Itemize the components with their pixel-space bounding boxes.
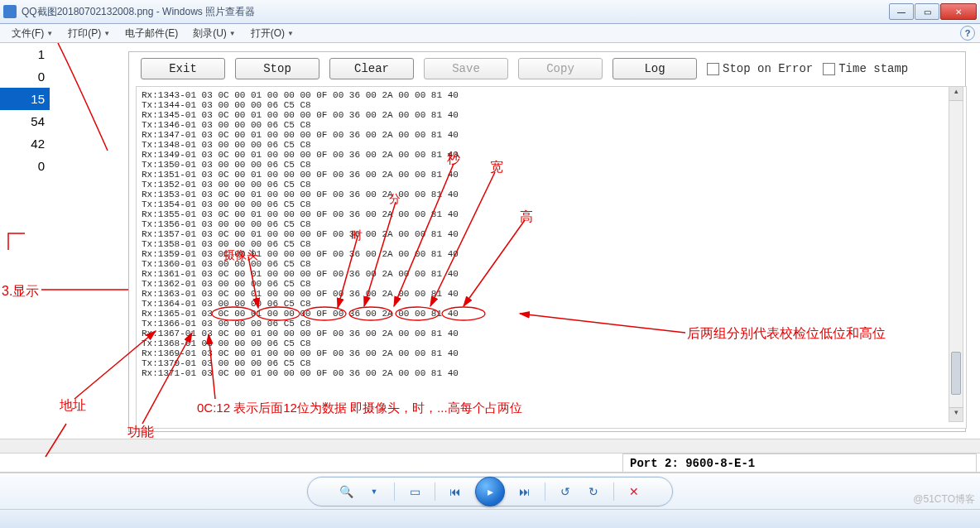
rotate-cw-icon[interactable]: ↻	[585, 483, 602, 500]
anno-display: 3.显示	[2, 283, 39, 300]
left-cell: 0	[0, 155, 50, 177]
watermark: @51CTO博客	[913, 492, 975, 506]
clear-button[interactable]: Clear	[329, 58, 414, 79]
viewer-tool-frame: 🔍 ▼ ▭ ⏮ ▸ ⏭ ↺ ↻ ✕	[307, 477, 673, 506]
chevron-down-icon: ▼	[103, 30, 110, 37]
menu-file[interactable]: 文件(F)▼	[5, 25, 60, 42]
menu-open[interactable]: 打开(O)▼	[244, 25, 300, 42]
left-cell: 42	[0, 132, 50, 155]
menu-burn[interactable]: 刻录(U)▼	[186, 25, 243, 42]
left-cell-selected[interactable]: 15	[0, 88, 50, 110]
app-icon	[3, 5, 17, 18]
anno-addr: 地址	[60, 397, 86, 415]
os-taskbar	[0, 509, 980, 528]
dropdown-icon[interactable]: ▼	[366, 483, 382, 500]
menu-email[interactable]: 电子邮件(E)	[118, 25, 185, 42]
checkbox-label: Time stamp	[838, 62, 908, 75]
checkbox-icon	[707, 63, 719, 75]
left-cell: 0	[0, 65, 50, 88]
actual-size-icon[interactable]: ▭	[406, 483, 423, 500]
left-cell: 1	[0, 43, 50, 65]
stop-button[interactable]: Stop	[235, 58, 319, 79]
timestamp-checkbox[interactable]: Time stamp	[823, 62, 908, 75]
content-area: 1 0 15 54 42 0 Exit Stop Clear Save Copy…	[0, 43, 980, 490]
maximize-button[interactable]: ▭	[915, 3, 939, 20]
window-title: QQ截图20180702132008.png - Windows 照片查看器	[22, 5, 888, 19]
serial-log[interactable]: Rx:1343-01 03 0C 00 01 00 00 00 0F 00 36…	[136, 86, 967, 429]
checkbox-label: Stop on Error	[723, 62, 813, 75]
play-button[interactable]: ▸	[475, 477, 505, 506]
window-controls: — ▭ ✕	[888, 3, 977, 20]
next-icon[interactable]: ⏭	[516, 483, 533, 500]
menu-print[interactable]: 打印(P)▼	[61, 25, 117, 42]
log-scrollbar[interactable]: ▴ ▾	[949, 86, 963, 422]
scroll-thumb[interactable]	[951, 352, 961, 395]
exit-button[interactable]: Exit	[141, 58, 225, 79]
left-column: 1 0 15 54 42 0	[0, 43, 50, 177]
log-button[interactable]: Log	[612, 58, 697, 79]
chevron-down-icon: ▼	[46, 30, 53, 37]
close-button[interactable]: ✕	[940, 3, 977, 20]
checkbox-icon	[823, 63, 835, 75]
prev-icon[interactable]: ⏮	[447, 483, 464, 500]
minimize-button[interactable]: —	[889, 3, 914, 20]
help-icon[interactable]: ?	[960, 26, 975, 41]
copy-button[interactable]: Copy	[518, 58, 603, 79]
chevron-down-icon: ▼	[229, 30, 236, 37]
rotate-ccw-icon[interactable]: ↺	[557, 483, 574, 500]
port-status: Port 2: 9600-8-E-1	[622, 454, 977, 473]
scroll-down-icon[interactable]: ▾	[949, 407, 963, 421]
left-cell: 54	[0, 110, 50, 132]
save-button[interactable]: Save	[424, 58, 508, 79]
menubar: 文件(F)▼ 打印(P)▼ 电子邮件(E) 刻录(U)▼ 打开(O)▼ ?	[0, 24, 980, 43]
stop-on-error-checkbox[interactable]: Stop on Error	[707, 62, 813, 75]
viewer-toolbar: 🔍 ▼ ▭ ⏮ ▸ ⏭ ↺ ↻ ✕	[0, 473, 980, 510]
scroll-up-icon[interactable]: ▴	[949, 87, 963, 101]
chevron-down-icon: ▼	[287, 30, 294, 37]
serial-toolbar: Exit Stop Clear Save Copy Log Stop on Er…	[141, 58, 908, 79]
titlebar: QQ截图20180702132008.png - Windows 照片查看器 —…	[0, 0, 980, 24]
zoom-icon[interactable]: 🔍	[338, 483, 354, 500]
delete-icon[interactable]: ✕	[626, 483, 642, 500]
